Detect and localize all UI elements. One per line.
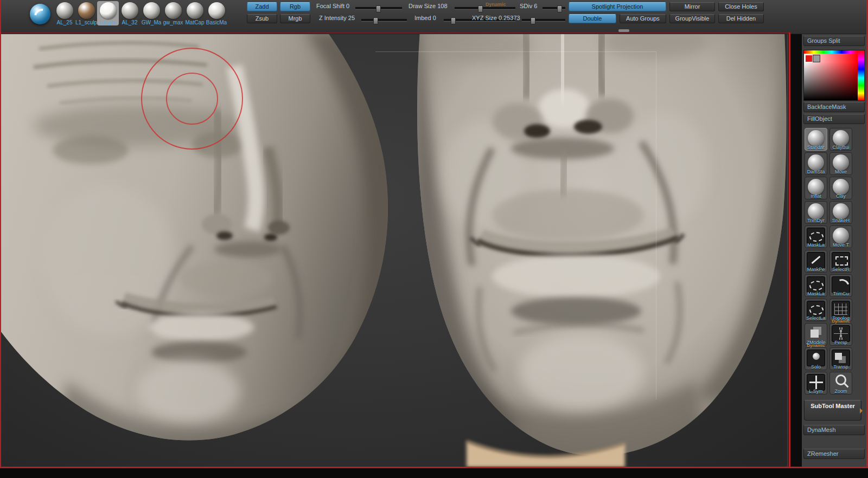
snakehook-brush-icon — [833, 203, 849, 219]
dynamesh-button[interactable]: DynaMesh — [803, 425, 865, 435]
brush-cursor-inner-ring — [166, 73, 218, 125]
material-sphere-icon — [187, 2, 203, 19]
clay-brush-icon — [833, 179, 849, 195]
slider-thumb[interactable] — [451, 17, 456, 24]
zmodeler-cube-icon — [808, 325, 824, 341]
brush-snakehook[interactable]: SnakeH — [829, 201, 852, 224]
auto-groups-button[interactable]: Auto Groups — [620, 14, 666, 23]
toolbar-drag-handle[interactable] — [618, 29, 629, 32]
brush-masklasso-2[interactable]: MaskLa — [805, 274, 827, 297]
fill-object-button[interactable]: FillObject — [803, 114, 865, 124]
double-button[interactable]: Double — [569, 14, 616, 23]
trimdynamic-brush-icon — [808, 203, 824, 219]
draw-size-slider[interactable]: Draw Size 108 — [409, 3, 448, 9]
brush-move[interactable]: Move — [829, 152, 852, 175]
slider-thumb[interactable] — [373, 17, 378, 24]
claybuildup-brush-icon — [833, 130, 849, 146]
brush-damstandard[interactable]: DamSta — [805, 152, 827, 175]
xyz-size-track[interactable] — [522, 19, 565, 22]
brush-trimdynamic[interactable]: TrimDyr — [805, 201, 827, 224]
groups-split-button[interactable]: Groups Split — [803, 36, 865, 46]
subtool-master-button[interactable]: SubTool Master — [804, 400, 861, 421]
material-basicma[interactable]: BasicMa — [206, 1, 227, 25]
current-color-swatch[interactable] — [805, 55, 813, 62]
bottom-strip — [0, 468, 868, 478]
material-thumbnails: AL_25 L1_sculp Longhi- AL_32 GW_Ma gw_ma… — [54, 1, 227, 25]
zadd-button[interactable]: Zadd — [247, 2, 277, 11]
imbed-slider[interactable]: Imbed 0 — [414, 15, 436, 21]
document-guide-line-v — [656, 51, 656, 399]
material-sphere-icon — [208, 2, 225, 19]
color-picker-hue-strip-right[interactable] — [858, 50, 864, 100]
slider-thumb[interactable] — [531, 17, 535, 24]
brush-move-topological[interactable]: Move T — [829, 225, 852, 248]
material-sphere-icon — [78, 2, 95, 19]
brush-standard[interactable]: Standar — [805, 128, 827, 151]
material-gwma[interactable]: GW_Ma — [141, 1, 162, 25]
brush-claybuildup[interactable]: ClayBui — [829, 128, 852, 151]
rgb-button[interactable]: Rgb — [280, 2, 310, 11]
canvas-edge-highlight — [787, 34, 788, 467]
del-hidden-button[interactable]: Del Hidden — [718, 14, 764, 23]
spotlight-projection-button[interactable]: Spotlight Projection — [569, 2, 666, 11]
material-sphere-icon — [56, 2, 73, 19]
damstandard-brush-icon — [808, 154, 824, 171]
sculpt-viewport[interactable] — [1, 34, 789, 467]
zmodeler-button[interactable]: ZModele — [805, 323, 827, 346]
canvas-right-border — [789, 33, 790, 468]
brush-inflat[interactable]: Inflat — [805, 177, 827, 199]
zsub-button[interactable]: Zsub — [247, 14, 277, 23]
color-picker-hue-strip-top[interactable] — [804, 50, 858, 54]
draw-size-track[interactable] — [455, 7, 515, 10]
brush-selectlasso[interactable]: SelectLa — [805, 299, 827, 321]
persp-button[interactable]: DynamicPersp — [829, 323, 852, 346]
dynamic-solo-badge: Dynamic — [805, 343, 827, 348]
material-gwmax[interactable]: gw_max — [162, 1, 184, 25]
zbrush-window: AL_25 L1_sculp Longhi- AL_32 GW_Ma gw_ma… — [0, 0, 868, 478]
brush-masklasso[interactable]: MaskLa — [805, 225, 827, 248]
zremesher-button[interactable]: ZRemesher — [803, 449, 865, 459]
slider-thumb[interactable] — [478, 5, 483, 12]
brush-clay[interactable]: Clay — [829, 177, 852, 199]
mrgb-button[interactable]: Mrgb — [280, 14, 310, 23]
focal-shift-track[interactable] — [355, 7, 402, 10]
z-intensity-slider[interactable]: Z Intensity 25 — [319, 15, 355, 21]
zoom-button[interactable]: Zoom — [829, 372, 852, 395]
sdiv-track[interactable] — [542, 7, 565, 10]
local-symmetry-button[interactable]: L.Sym — [805, 372, 827, 395]
focal-shift-slider[interactable]: Focal Shift 0 — [316, 3, 349, 9]
brush-maskpen[interactable]: MaskPe — [805, 250, 827, 273]
sdiv-slider[interactable]: SDiv 6 — [520, 3, 537, 9]
group-visible-button[interactable]: GroupVisible — [669, 14, 715, 23]
material-al25[interactable]: AL_25 — [54, 1, 75, 25]
backface-mask-button[interactable]: BackfaceMask — [803, 102, 865, 112]
material-longhi-selected[interactable]: Longhi- — [97, 1, 119, 25]
magnifier-icon — [835, 374, 846, 385]
zbrush-logo-icon[interactable] — [30, 4, 50, 24]
frame-left-border — [0, 0, 1, 468]
brush-selectrect[interactable]: SelectR — [829, 250, 852, 273]
mirror-button[interactable]: Mirror — [669, 2, 715, 11]
color-picker[interactable] — [803, 50, 865, 101]
brush-topology[interactable]: Topolog — [829, 299, 852, 321]
move-topological-brush-icon — [833, 228, 849, 244]
inflat-brush-icon — [808, 179, 824, 195]
canvas-top-border — [0, 33, 790, 34]
z-intensity-track[interactable] — [361, 19, 407, 22]
material-sphere-icon — [143, 2, 160, 19]
sculpted-heads — [1, 34, 789, 467]
solo-button[interactable]: DynamicSolo — [805, 347, 827, 370]
material-matcap[interactable]: MatCap — [184, 1, 206, 25]
slider-thumb[interactable] — [557, 5, 562, 12]
material-al32[interactable]: AL_32 — [119, 1, 141, 25]
transp-button[interactable]: Transp — [829, 347, 852, 370]
close-holes-button[interactable]: Close Holes — [718, 2, 764, 11]
standard-brush-icon — [808, 130, 824, 146]
xyz-size-slider[interactable]: XYZ Size 0.25373 — [472, 15, 520, 21]
material-l1sculp[interactable]: L1_sculp — [75, 1, 97, 25]
dynamic-persp-badge: Dynamic — [830, 319, 852, 324]
secondary-color-swatch[interactable] — [813, 55, 820, 62]
slider-thumb[interactable] — [376, 5, 381, 12]
material-sphere-icon — [122, 2, 138, 19]
brush-trimcurve[interactable]: TrimCu — [829, 274, 852, 297]
